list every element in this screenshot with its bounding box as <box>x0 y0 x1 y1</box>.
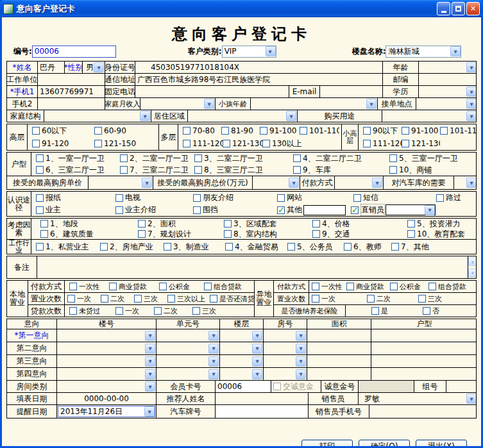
checkbox[interactable] <box>32 127 40 135</box>
type-cell[interactable] <box>371 342 476 354</box>
checkbox[interactable] <box>159 283 167 290</box>
name-value[interactable]: 巴丹 <box>38 62 65 73</box>
room-select[interactable] <box>264 355 307 367</box>
addr-value[interactable]: 广西百色市城乡路98号右江民族医学院 <box>135 74 383 85</box>
member-card-input[interactable]: 00006 <box>216 381 271 392</box>
checkbox[interactable] <box>36 166 44 174</box>
checkbox[interactable] <box>367 295 375 303</box>
checkbox-item[interactable]: 二次 <box>367 294 418 304</box>
checkbox[interactable] <box>36 206 44 214</box>
remark-textarea[interactable] <box>37 256 468 278</box>
checkbox[interactable] <box>192 307 200 315</box>
checkbox[interactable] <box>210 295 217 303</box>
gender-select[interactable]: 男 <box>83 62 105 73</box>
checkbox-item[interactable]: 报纸 <box>36 192 115 203</box>
checkbox-item[interactable]: 60以下 <box>32 126 94 137</box>
chevron-down-icon[interactable] <box>145 331 155 341</box>
checkbox-item[interactable]: 3、二室二厅一卫 <box>194 153 293 164</box>
unit-select[interactable] <box>157 342 220 354</box>
checkbox-item[interactable]: 1、一室一厅一卫 <box>36 153 120 164</box>
checkbox[interactable] <box>436 194 444 202</box>
checkbox[interactable] <box>154 307 162 315</box>
checkbox[interactable] <box>36 154 44 162</box>
checkbox[interactable] <box>277 194 285 202</box>
income-select[interactable] <box>140 98 216 110</box>
checkbox[interactable] <box>260 127 267 135</box>
checkbox-item[interactable]: 是 <box>371 306 423 316</box>
checkbox[interactable] <box>36 194 44 202</box>
checkbox-item[interactable]: 3、制造业 <box>164 242 225 253</box>
chevron-down-icon[interactable] <box>142 178 152 188</box>
direct-sales-checkbox-item[interactable]: 直销员 <box>351 204 385 216</box>
tel-value[interactable] <box>135 86 289 97</box>
floor-select[interactable] <box>220 368 264 380</box>
checkbox[interactable] <box>351 206 359 214</box>
referrer-value[interactable] <box>216 393 309 404</box>
order-place-select[interactable] <box>416 98 476 110</box>
print-button[interactable]: 打印 <box>301 440 353 446</box>
checkbox[interactable] <box>183 140 191 147</box>
chevron-down-icon[interactable] <box>94 62 104 72</box>
payment-select[interactable] <box>335 176 384 189</box>
checkbox-item[interactable]: 路过 <box>436 192 476 203</box>
unit-select[interactable] <box>157 368 220 380</box>
chevron-down-icon[interactable] <box>466 99 476 109</box>
chevron-down-icon[interactable] <box>204 99 214 109</box>
checkbox-item[interactable]: 未贷过 <box>69 306 115 316</box>
checkbox[interactable] <box>262 140 270 147</box>
checkbox-item[interactable]: 商业贷款 <box>346 282 390 292</box>
checkbox[interactable] <box>69 307 77 315</box>
checkbox-item[interactable]: 电视 <box>115 192 193 203</box>
checkbox-item[interactable]: 二次 <box>101 294 134 304</box>
checkbox[interactable] <box>293 166 301 174</box>
checkbox-item[interactable]: 一次性 <box>69 282 109 292</box>
room-select[interactable] <box>264 342 307 354</box>
checkbox-item[interactable]: 二次 <box>154 306 192 316</box>
checkbox[interactable] <box>183 127 191 135</box>
checkbox[interactable] <box>100 243 108 251</box>
checkbox[interactable] <box>94 127 102 135</box>
checkbox[interactable] <box>312 220 320 228</box>
checkbox[interactable] <box>418 295 426 303</box>
checkbox-item[interactable]: 6、三室二厅一卫 <box>36 165 120 176</box>
checkbox[interactable] <box>134 295 142 303</box>
checkbox-item[interactable]: 9、交通 <box>312 229 407 240</box>
checkbox-item[interactable]: 围挡 <box>193 204 277 215</box>
floor-select[interactable] <box>220 355 264 367</box>
checkbox[interactable] <box>389 166 397 174</box>
chevron-down-icon[interactable] <box>144 406 155 417</box>
checkbox-item[interactable]: 业主 <box>36 204 115 215</box>
checkbox-item[interactable]: 2、二室一厅一卫 <box>120 153 194 164</box>
checkbox[interactable] <box>346 283 354 290</box>
chevron-down-icon[interactable] <box>145 344 155 354</box>
chevron-down-icon[interactable] <box>466 111 476 121</box>
checkbox[interactable] <box>423 307 430 315</box>
car-plate-input[interactable] <box>216 405 309 418</box>
zip-value[interactable] <box>419 74 476 85</box>
checkbox-item[interactable]: 组合贷款 <box>428 282 471 292</box>
checkbox-item[interactable]: 一次性 <box>312 282 346 292</box>
floor-select[interactable] <box>220 329 264 342</box>
checkbox[interactable] <box>194 166 202 174</box>
scroll-up-icon[interactable] <box>468 257 476 266</box>
checkbox-item[interactable]: 一次 <box>312 294 367 304</box>
checkbox-item[interactable]: 1、地段 <box>40 219 138 229</box>
checkbox-item[interactable]: 60-90 <box>94 126 157 135</box>
ok-button[interactable]: 确定(O) <box>359 440 410 446</box>
checkbox-item[interactable]: 70-80 <box>183 126 221 135</box>
checkbox-item[interactable]: 111-120 <box>183 139 223 148</box>
garage-need-select[interactable] <box>454 176 476 189</box>
scroll-down-icon[interactable] <box>468 269 476 278</box>
checkbox-item[interactable]: 91-120 <box>32 139 94 148</box>
email-value[interactable] <box>320 86 383 97</box>
unit-select[interactable] <box>157 355 220 367</box>
type-cell[interactable] <box>371 368 476 380</box>
chevron-down-icon[interactable] <box>266 46 276 56</box>
family-select[interactable] <box>44 110 151 122</box>
checkbox-item[interactable]: 否 <box>423 306 461 316</box>
checkbox[interactable] <box>69 283 77 290</box>
checkbox-item[interactable]: 7、三室二厅二卫 <box>120 165 194 176</box>
chevron-down-icon[interactable] <box>466 178 476 188</box>
remind-date-picker[interactable]: 2013年11月26日 <box>58 406 155 417</box>
minimize-button[interactable] <box>437 2 450 15</box>
